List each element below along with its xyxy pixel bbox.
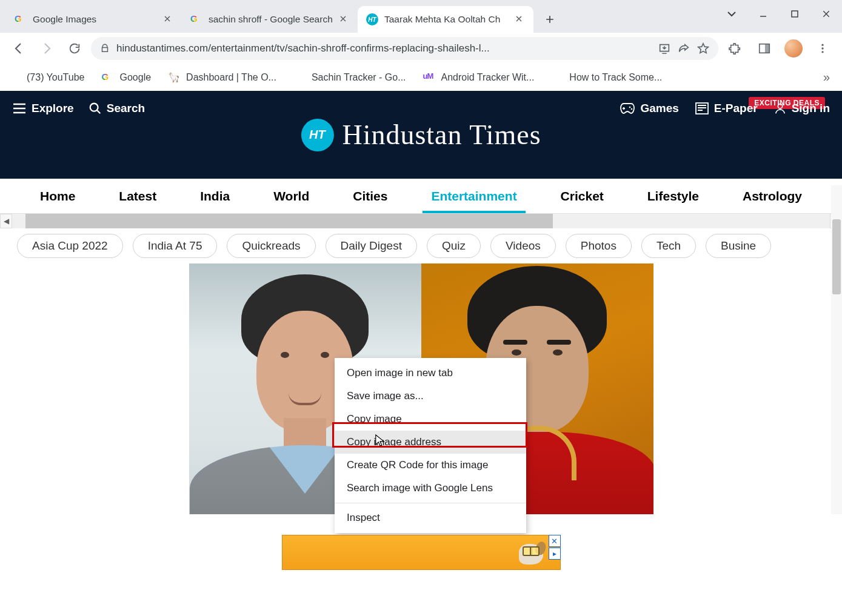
ht-favicon-icon: HT (366, 13, 378, 25)
close-icon[interactable] (514, 14, 525, 25)
tab-search-button[interactable] (716, 4, 747, 24)
topic-pill[interactable]: Busine (706, 234, 771, 258)
close-icon[interactable] (338, 14, 349, 25)
tab-title: Google Images (33, 14, 159, 25)
topic-pill[interactable]: Daily Digest (326, 234, 417, 258)
omnibox[interactable]: hindustantimes.com/entertainment/tv/sach… (91, 37, 718, 60)
window-close-button[interactable] (810, 4, 842, 24)
bookmark-star-icon[interactable] (697, 42, 710, 55)
nav-label: Entertainment (431, 189, 516, 204)
google-favicon-icon: G (101, 71, 113, 84)
topic-pill[interactable]: Photos (566, 234, 632, 258)
nav-home[interactable]: Home (36, 179, 79, 213)
hscroll-thumb[interactable] (25, 214, 553, 228)
pill-label: Videos (506, 239, 541, 252)
ctx-label: Copy image (347, 413, 402, 425)
topic-pill[interactable]: Videos (490, 234, 556, 258)
search-button[interactable]: Search (89, 102, 145, 115)
ctx-save-image-as[interactable]: Save image as... (335, 385, 526, 408)
explore-button[interactable]: Explore (12, 102, 74, 115)
bookmarks-overflow-icon[interactable]: » (820, 70, 834, 84)
scroll-left-icon[interactable]: ◀ (0, 214, 12, 228)
topic-pills: Asia Cup 2022 India At 75 Quickreads Dai… (0, 228, 842, 263)
window-controls (716, 0, 842, 33)
bookmark-item[interactable]: uM Android Tracker Wit... (423, 71, 535, 84)
nav-entertainment[interactable]: Entertainment (427, 179, 520, 213)
hscroll-track[interactable] (12, 214, 830, 228)
new-tab-button[interactable] (540, 9, 560, 30)
nav-cricket[interactable]: Cricket (557, 179, 607, 213)
nav-latest[interactable]: Latest (115, 179, 160, 213)
ad-close-icon[interactable]: ✕ (549, 535, 561, 547)
epaper-link[interactable]: E-Paper (695, 102, 758, 115)
svg-rect-2 (765, 44, 769, 53)
browser-tab[interactable]: G sachin shroff - Google Search (182, 6, 358, 33)
nav-world[interactable]: World (270, 179, 313, 213)
bookmark-item[interactable]: 🦙 Dashboard | The O... (168, 71, 276, 84)
nav-india[interactable]: India (196, 179, 233, 213)
close-icon[interactable] (162, 14, 173, 25)
pill-label: Quickreads (242, 239, 300, 252)
maximize-button[interactable] (779, 4, 810, 24)
bookmark-item[interactable]: (73) YouTube (8, 71, 84, 84)
site-logo[interactable]: HT Hindustan Times (301, 119, 541, 151)
minimize-button[interactable] (747, 4, 779, 24)
topic-pill[interactable]: Quickreads (227, 234, 315, 258)
signin-link[interactable]: Sign in (774, 102, 830, 115)
ctx-create-qr[interactable]: Create QR Code for this image (335, 454, 526, 477)
reload-button[interactable] (63, 37, 86, 60)
hamburger-icon (12, 102, 27, 114)
ht-logo-icon: HT (301, 119, 333, 151)
profile-avatar[interactable] (781, 36, 806, 61)
bookmark-item[interactable]: How to Track Some... (551, 71, 662, 84)
browser-tab[interactable]: G Google Images (6, 6, 182, 33)
google-favicon-icon: G (190, 13, 202, 25)
bookmark-item[interactable]: G Google (101, 71, 151, 84)
nav-astrology[interactable]: Astrology (739, 179, 806, 213)
nav-cities[interactable]: Cities (349, 179, 391, 213)
nav-label: Cities (353, 189, 387, 204)
gamepad-icon (620, 102, 635, 114)
ctx-search-google-lens[interactable]: Search image with Google Lens (335, 477, 526, 500)
ad-banner[interactable]: ✕ ▸ (282, 535, 561, 570)
ctx-label: Search image with Google Lens (347, 482, 493, 494)
youtube-icon (8, 71, 21, 84)
bookmark-item[interactable]: Sachin Tracker - Go... (293, 71, 406, 84)
svg-point-3 (821, 44, 823, 46)
browser-tab-active[interactable]: HT Taarak Mehta Ka Ooltah Ch (358, 6, 533, 33)
games-link[interactable]: Games (620, 102, 678, 115)
kebab-menu-icon[interactable] (810, 36, 835, 61)
pill-label: Daily Digest (341, 239, 402, 252)
topic-pill[interactable]: India At 75 (133, 234, 218, 258)
topic-pill[interactable]: Asia Cup 2022 (17, 234, 123, 258)
ad-dog-illustration (515, 540, 543, 565)
svg-point-6 (90, 104, 98, 111)
ctx-open-new-tab[interactable]: Open image in new tab (335, 362, 526, 385)
extensions-icon[interactable] (723, 36, 747, 61)
install-app-icon[interactable] (658, 42, 671, 55)
topic-pill[interactable]: Tech (641, 234, 696, 258)
explore-label: Explore (32, 102, 74, 115)
vscroll-thumb[interactable] (832, 219, 841, 294)
nav-lifestyle[interactable]: Lifestyle (644, 179, 703, 213)
bookmark-label: Android Tracker Wit... (441, 72, 535, 83)
ad-info-icon[interactable]: ▸ (549, 548, 561, 560)
url-text: hindustantimes.com/entertainment/tv/sach… (116, 42, 652, 55)
sidepanel-icon[interactable] (752, 36, 777, 61)
signin-label: Sign in (792, 102, 830, 115)
topic-pill[interactable]: Quiz (427, 234, 481, 258)
bookmark-label: How to Track Some... (569, 72, 662, 83)
share-icon[interactable] (677, 42, 690, 55)
horizontal-scrollbar[interactable]: ◀ ▶ (0, 214, 842, 228)
ctx-copy-image-address[interactable]: Copy image address (335, 431, 526, 454)
page-vertical-scrollbar[interactable] (831, 185, 842, 514)
user-icon (774, 102, 787, 115)
browser-addressbar: hindustantimes.com/entertainment/tv/sach… (0, 33, 842, 64)
nav-label: World (273, 189, 309, 204)
ctx-inspect[interactable]: Inspect (335, 506, 526, 529)
bookmark-label: Google (119, 72, 151, 83)
vehicle-icon (551, 71, 563, 84)
forward-button[interactable] (35, 37, 58, 60)
ctx-copy-image[interactable]: Copy image (335, 408, 526, 431)
back-button[interactable] (7, 37, 30, 60)
